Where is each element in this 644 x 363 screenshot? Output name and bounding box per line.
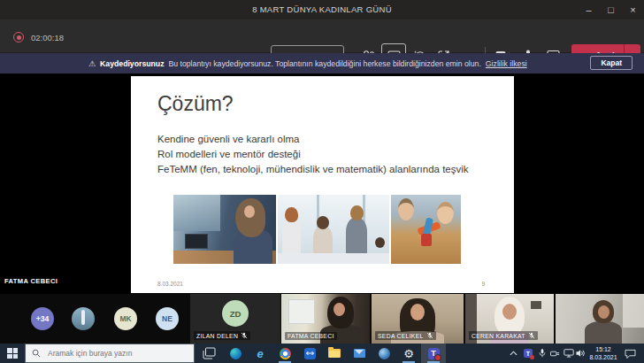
notification-dot bbox=[434, 354, 441, 361]
presentation-slide: Çözüm? Kendine güvenli ve kararlı olma R… bbox=[131, 76, 514, 293]
slide-bullet: Rol modelleri ve mentör desteği bbox=[157, 147, 469, 162]
warning-icon: ⚠ bbox=[88, 59, 96, 68]
avatar-photo-detail bbox=[81, 310, 85, 325]
participant-name-label: FATMA CEBECI bbox=[285, 332, 337, 340]
slide-page-number: 9 bbox=[481, 281, 485, 287]
teams-icon: T bbox=[428, 348, 440, 359]
edge-icon bbox=[230, 348, 242, 359]
speaker-icon bbox=[576, 349, 586, 358]
close-button[interactable]: × bbox=[622, 0, 644, 19]
display-tray-icon bbox=[564, 349, 574, 358]
slide-title: Çözüm? bbox=[157, 92, 234, 116]
teams-meeting-window: 8 MART DÜNYA KADINLAR GÜNÜ – □ × 02:00:1… bbox=[0, 0, 644, 363]
participant-name-label: SEDA CELIKEL bbox=[375, 331, 436, 340]
action-center-icon bbox=[625, 349, 636, 359]
taskbar-icon-internet-explorer[interactable]: e bbox=[248, 344, 272, 363]
mic-muted-icon bbox=[426, 332, 433, 339]
shared-content-stage: Çözüm? Kendine güvenli ve kararlı olma R… bbox=[0, 73, 644, 294]
photo-kids-robot-toy bbox=[391, 195, 461, 264]
teams-tray-icon: T bbox=[524, 349, 533, 358]
search-icon bbox=[32, 349, 41, 358]
settings-gear-icon: ⚙ bbox=[403, 348, 414, 359]
participant-name-label: ZILAN DELEN bbox=[194, 331, 250, 340]
slide-footer-date: 8.03.2021 bbox=[157, 281, 183, 287]
dismiss-banner-button[interactable]: Kapat bbox=[590, 56, 632, 70]
tray-display-icon[interactable] bbox=[563, 344, 574, 363]
participant-strip: +34 MK NE ZD ZILAN DELEN FATMA CEBECI bbox=[0, 294, 644, 344]
meeting-toolbar: 02:00:18 Denetim iste ••• bbox=[0, 19, 644, 53]
task-view-icon bbox=[203, 347, 216, 359]
participant-avatar-ne[interactable]: NE bbox=[156, 307, 179, 330]
clock-time: 15:12 bbox=[586, 345, 620, 353]
maximize-button[interactable]: □ bbox=[600, 0, 622, 19]
microphone-tray-icon bbox=[539, 348, 546, 359]
participant-tile-zilan-delen[interactable]: ZD ZILAN DELEN bbox=[190, 294, 280, 344]
teamviewer-icon bbox=[304, 348, 316, 359]
privacy-policy-link[interactable]: Gizlilik ilkesi bbox=[486, 59, 527, 68]
file-explorer-icon bbox=[328, 349, 341, 358]
recording-banner-message: Bu toplantıyı kaydediyorsunuz. Toplantın… bbox=[169, 59, 481, 68]
recording-banner-title: Kaydediyorsunuz bbox=[100, 59, 164, 68]
task-view-button[interactable] bbox=[203, 347, 216, 359]
windows-taskbar: e ⚙ T T 15:12 8.03.2021 bbox=[0, 344, 644, 363]
slide-bullet: FeTeMM (fen, teknoloji, mühendislik ve m… bbox=[157, 162, 469, 177]
taskbar-icon-edge[interactable] bbox=[223, 344, 248, 363]
taskbar-icon-file-explorer[interactable] bbox=[322, 344, 347, 363]
photo-women-meeting bbox=[278, 195, 389, 264]
minimize-button[interactable]: – bbox=[578, 0, 600, 19]
participant-tile-fatma-cebeci[interactable]: FATMA CEBECI bbox=[281, 294, 370, 344]
taskbar-search[interactable] bbox=[25, 344, 195, 363]
tray-hidden-icons-button[interactable] bbox=[508, 344, 518, 363]
tray-usb-icon[interactable] bbox=[549, 344, 561, 363]
participant-tile-seda-celikel[interactable]: SEDA CELIKEL bbox=[372, 294, 464, 344]
taskbar-icon-globe-app[interactable] bbox=[372, 344, 396, 363]
photo-woman-robotics bbox=[173, 195, 276, 264]
search-input[interactable] bbox=[46, 348, 189, 359]
teams-tray-notification-dot bbox=[530, 355, 534, 359]
slide-photo-collage bbox=[173, 195, 461, 264]
taskbar-clock[interactable]: 15:12 8.03.2021 bbox=[586, 345, 620, 361]
recording-banner-content: ⚠ Kaydediyorsunuz Bu toplantıyı kaydediy… bbox=[88, 53, 527, 73]
taskbar-icon-teams-active[interactable]: T bbox=[421, 344, 446, 363]
recording-banner: ⚠ Kaydediyorsunuz Bu toplantıyı kaydediy… bbox=[0, 53, 644, 73]
participant-name-label: CEREN KARAKAT bbox=[469, 331, 538, 340]
window-title: 8 MART DÜNYA KADINLAR GÜNÜ bbox=[0, 0, 644, 19]
mic-muted-icon bbox=[241, 332, 248, 339]
chrome-icon bbox=[280, 348, 291, 359]
presenter-name-label: FATMA CEBECI bbox=[4, 277, 58, 285]
window-controls: – □ × bbox=[578, 0, 644, 19]
participant-avatar-mk[interactable]: MK bbox=[114, 307, 137, 330]
title-bar: 8 MART DÜNYA KADINLAR GÜNÜ – □ × bbox=[0, 0, 644, 19]
overflow-participants-badge[interactable]: +34 bbox=[31, 307, 54, 330]
taskbar-icon-chrome[interactable] bbox=[272, 344, 297, 363]
usb-tray-icon bbox=[550, 350, 560, 358]
tray-microphone-icon[interactable] bbox=[537, 344, 548, 363]
internet-explorer-icon: e bbox=[257, 348, 263, 359]
globe-icon bbox=[379, 348, 390, 359]
chevron-up-icon bbox=[510, 351, 518, 356]
action-center-button[interactable] bbox=[623, 344, 638, 363]
recording-icon bbox=[13, 32, 24, 42]
slide-bullet: Kendine güvenli ve kararlı olma bbox=[157, 132, 469, 147]
recording-dot bbox=[17, 35, 21, 40]
participant-photo-avatar[interactable] bbox=[72, 307, 95, 330]
tray-volume-icon[interactable] bbox=[575, 344, 586, 363]
tray-teams-icon[interactable]: T bbox=[522, 344, 534, 363]
taskbar-icon-mail[interactable] bbox=[347, 344, 372, 363]
taskbar-app-icons: e ⚙ T bbox=[223, 344, 446, 363]
participant-tile-ceren[interactable]: CEREN KARAKAT bbox=[465, 294, 554, 344]
slide-bullet-list: Kendine güvenli ve kararlı olma Rol mode… bbox=[157, 132, 469, 177]
clock-date: 8.03.2021 bbox=[586, 353, 620, 361]
mic-muted-icon bbox=[528, 332, 535, 339]
mail-icon bbox=[354, 349, 365, 358]
taskbar-icon-settings[interactable]: ⚙ bbox=[396, 344, 421, 363]
start-button[interactable] bbox=[7, 348, 18, 359]
meeting-timer: 02:00:18 bbox=[31, 33, 64, 42]
avatar-zd: ZD bbox=[222, 300, 249, 327]
participant-tile-video[interactable] bbox=[556, 294, 644, 344]
taskbar-icon-teamviewer[interactable] bbox=[297, 344, 322, 363]
